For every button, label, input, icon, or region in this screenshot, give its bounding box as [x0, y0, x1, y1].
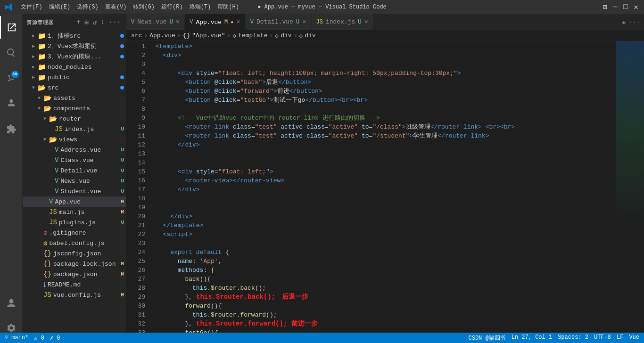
- activity-icon-debug[interactable]: [0, 92, 23, 115]
- tab-detail-vue[interactable]: V Detail.vue U ×: [246, 14, 312, 30]
- tab-app-vue[interactable]: V App.vue M ● ×: [185, 14, 245, 30]
- modified-badge: [120, 75, 124, 79]
- modified-badge: [120, 86, 124, 90]
- code-content[interactable]: <template> <div> <div style="float: left…: [150, 41, 616, 343]
- sidebar-item-package-json[interactable]: ▶ {} package.json M: [23, 269, 126, 279]
- tab-news-vue[interactable]: V News.vue U ×: [126, 14, 185, 30]
- sidebar-item-vue-config[interactable]: ▶ JS vue.config.js M: [23, 290, 126, 300]
- activity-icon-explorer[interactable]: [0, 16, 23, 39]
- minimize-icon[interactable]: —: [612, 4, 619, 10]
- breadcrumb-src[interactable]: src: [131, 32, 142, 39]
- tab-close-icon[interactable]: ×: [176, 18, 180, 26]
- sidebar-item-label: package-lock.json: [53, 261, 116, 268]
- menu-run[interactable]: 运行(R): [158, 2, 186, 12]
- sidebar-item-app-vue[interactable]: ▶ V App.vue M: [23, 196, 126, 207]
- status-warnings[interactable]: ⚠ 0: [34, 335, 44, 342]
- title-bar-right: ⊞ — □ ✕: [602, 4, 639, 10]
- minimap: [616, 41, 644, 343]
- split-editor-icon[interactable]: ⊞: [621, 18, 625, 26]
- sidebar-item-router[interactable]: ▼ 📂 router: [23, 114, 126, 124]
- sidebar-item-gitignore[interactable]: ▶ ⊘ .gitignore: [23, 228, 126, 238]
- folder-icon: 📁: [38, 42, 46, 50]
- sidebar-item-label: babel.config.js: [49, 240, 104, 247]
- maximize-icon[interactable]: □: [622, 4, 629, 10]
- close-icon[interactable]: ✕: [633, 4, 639, 10]
- sidebar-item-slot-src[interactable]: ▶ 📁 1、插槽src: [23, 31, 126, 41]
- breadcrumb-sep: ›: [294, 32, 297, 39]
- sidebar-item-public[interactable]: ▶ 📁 public: [23, 72, 126, 82]
- tab-close-icon[interactable]: ×: [364, 18, 368, 26]
- code-line: methods: {: [156, 266, 616, 275]
- breadcrumb-braces[interactable]: {}: [183, 32, 190, 39]
- sidebar-item-readme[interactable]: ▶ ℹ README.md: [23, 279, 126, 290]
- untracked-badge: U: [121, 126, 124, 132]
- status-language[interactable]: Vue: [629, 334, 639, 342]
- new-file-icon[interactable]: +: [76, 17, 82, 27]
- status-spaces[interactable]: Spaces: 2: [558, 334, 588, 342]
- sidebar-item-class-vue[interactable]: ▶ V Class.vue U: [23, 155, 126, 165]
- code-line: <div>: [156, 51, 616, 60]
- more-actions-icon[interactable]: ···: [628, 18, 640, 26]
- sidebar-item-label: Detail.vue: [60, 167, 97, 174]
- sidebar-item-vuex-modules[interactable]: ▶ 📁 3、Vuex的模块...: [23, 51, 126, 62]
- tab-index-js[interactable]: JS index.js U ×: [312, 14, 373, 30]
- sidebar-item-label: 2、Vuex求和案例: [48, 42, 97, 50]
- menu-file[interactable]: 文件(F): [18, 2, 45, 12]
- menu-terminal[interactable]: 终端(T): [187, 2, 214, 12]
- tab-close-icon[interactable]: ×: [302, 18, 306, 26]
- sidebar-item-main-js[interactable]: ▶ JS main.js M: [23, 207, 126, 217]
- status-git-branch[interactable]: ⑂ main*: [5, 335, 28, 341]
- more-icon[interactable]: ···: [107, 17, 122, 27]
- status-encoding[interactable]: UTF-8: [594, 334, 611, 342]
- sidebar-item-news-vue[interactable]: ▶ V News.vue U: [23, 176, 126, 186]
- activity-icon-account[interactable]: [0, 292, 23, 315]
- menu-select[interactable]: 选择(S): [74, 2, 101, 12]
- breadcrumb-div2[interactable]: div: [305, 32, 315, 39]
- sidebar-item-src[interactable]: ▼ 📂 src: [23, 82, 126, 93]
- sidebar-item-detail-vue[interactable]: ▶ V Detail.vue U: [23, 165, 126, 176]
- collapse-all-icon[interactable]: ↕: [99, 17, 106, 27]
- tab-label: Detail.vue: [256, 18, 293, 25]
- breadcrumb-template[interactable]: template: [238, 32, 267, 39]
- breadcrumb-div1[interactable]: div: [281, 32, 291, 39]
- activity-icon-extensions[interactable]: [0, 118, 23, 140]
- status-line-col[interactable]: Ln 27, Col 1: [512, 334, 552, 342]
- activity-icon-search[interactable]: [0, 41, 23, 64]
- layout-icon[interactable]: ⊞: [602, 4, 608, 10]
- sidebar-item-node-modules[interactable]: ▶ 📁 node_modules: [23, 62, 126, 72]
- sidebar-item-address-vue[interactable]: ▶ V Address.vue U: [23, 145, 126, 155]
- breadcrumb-sep: ›: [270, 32, 273, 39]
- sidebar-item-assets[interactable]: ▼ 📂 assets: [23, 93, 126, 103]
- new-folder-icon[interactable]: ⊞: [84, 17, 90, 27]
- sidebar-item-vuex-sum[interactable]: ▶ 📁 2、Vuex求和案例: [23, 41, 126, 51]
- code-line: [156, 203, 616, 212]
- sidebar-item-label: 1、插槽src: [48, 32, 81, 40]
- sidebar-item-index-js[interactable]: ▶ JS index.js U: [23, 124, 126, 134]
- status-errors[interactable]: ✗ 0: [50, 335, 60, 342]
- sidebar-header: 资源管理器 + ⊞ ↺ ↕ ···: [23, 14, 126, 31]
- line-numbers: 12345 678910 1112131415 1617181920 21222…: [126, 41, 150, 343]
- sidebar-item-views[interactable]: ▼ 📂 views: [23, 134, 126, 145]
- source-control-badge: 39: [11, 71, 19, 78]
- sidebar-item-package-lock[interactable]: ▶ {} package-lock.json M: [23, 259, 126, 269]
- sidebar-item-student-vue[interactable]: ▶ V Student.vue U: [23, 186, 126, 196]
- tab-close-icon[interactable]: ×: [236, 18, 240, 26]
- expand-arrow-icon: ▼: [30, 85, 37, 90]
- collapse-arrow-icon: ▶: [30, 43, 37, 49]
- sidebar-item-components[interactable]: ▼ 📂 components: [23, 103, 126, 114]
- refresh-icon[interactable]: ↺: [91, 17, 98, 27]
- menu-goto[interactable]: 转到(G): [130, 2, 157, 12]
- js-file-icon: JS: [55, 125, 63, 133]
- status-eol[interactable]: LF: [617, 334, 623, 342]
- breadcrumb-diamond3: ◇: [299, 32, 303, 40]
- menu-help[interactable]: 帮助(H): [215, 2, 242, 12]
- breadcrumb-appvue2[interactable]: "App.vue": [192, 32, 225, 39]
- breadcrumb-appvue[interactable]: App.vue: [149, 32, 175, 39]
- sidebar-item-jsconfig[interactable]: ▶ {} jsconfig.json: [23, 248, 126, 259]
- activity-icon-source-control[interactable]: 39: [0, 67, 23, 90]
- untracked-badge: U: [121, 157, 124, 163]
- menu-view[interactable]: 查看(V): [102, 2, 130, 12]
- menu-edit[interactable]: 编辑(E): [46, 2, 74, 12]
- sidebar-item-plugins-js[interactable]: ▶ JS plugins.js U: [23, 217, 126, 228]
- sidebar-item-babel-config[interactable]: ▶ ⚙ babel.config.js: [23, 238, 126, 248]
